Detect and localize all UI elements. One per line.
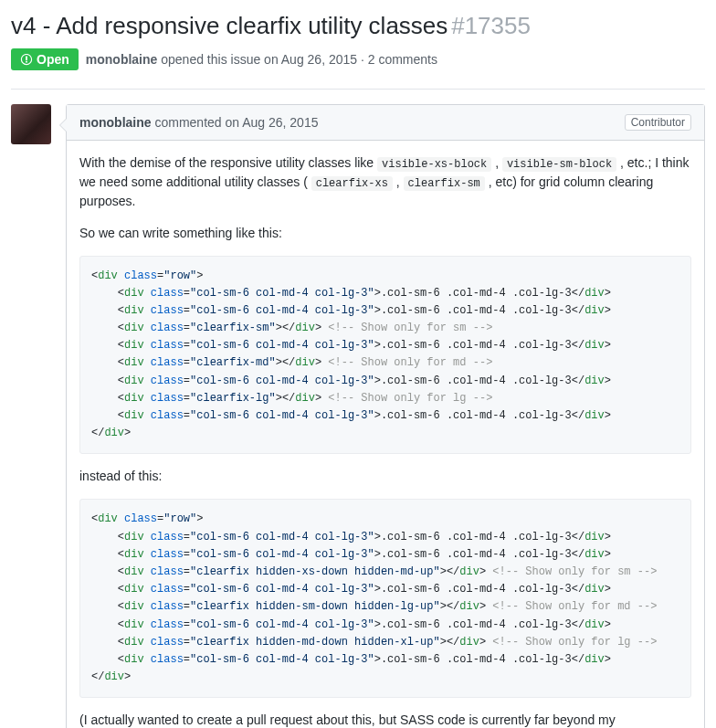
issue-opened-text: opened this issue on Aug 26, 2015 · 2 co… <box>161 52 437 67</box>
issue-open-icon <box>20 53 33 66</box>
body-paragraph-1: With the demise of the responsive utilit… <box>79 153 691 211</box>
issue-meta-text: monoblaine opened this issue on Aug 26, … <box>86 52 437 67</box>
comment-body: With the demise of the responsive utilit… <box>67 141 704 729</box>
inline-code: clearfix-sm <box>404 176 485 191</box>
issue-title-row: v4 - Add responsive clearfix utility cla… <box>11 11 705 41</box>
comment-header: monoblaine commented on Aug 26, 2015 Con… <box>67 105 704 141</box>
issue-number: #17355 <box>451 12 531 39</box>
inline-code: clearfix-xs <box>311 176 393 191</box>
inline-code: visible-xs-block <box>377 157 491 172</box>
inline-code: visible-sm-block <box>502 157 616 172</box>
issue-meta-row: Open monoblaine opened this issue on Aug… <box>11 48 705 70</box>
avatar[interactable] <box>11 104 51 144</box>
comment-container: monoblaine commented on Aug 26, 2015 Con… <box>66 104 705 729</box>
header-divider <box>11 89 705 90</box>
comment-author-link[interactable]: monoblaine <box>79 115 152 130</box>
state-label: Open <box>37 52 69 67</box>
contributor-badge: Contributor <box>625 114 691 131</box>
body-paragraph-3: instead of this: <box>79 467 691 486</box>
body-paragraph-4: (I actually wanted to create a pull requ… <box>79 711 691 728</box>
comment-thread: monoblaine commented on Aug 26, 2015 Con… <box>11 104 705 729</box>
body-paragraph-2: So we can write something like this: <box>79 224 691 243</box>
issue-title: v4 - Add responsive clearfix utility cla… <box>11 12 448 39</box>
code-block-1: <div class="row"> <div class="col-sm-6 c… <box>79 256 691 455</box>
comment-header-text: monoblaine commented on Aug 26, 2015 <box>79 115 318 130</box>
comment-action: commented on Aug 26, 2015 <box>154 115 318 130</box>
state-badge-open: Open <box>11 48 79 70</box>
code-block-2: <div class="row"> <div class="col-sm-6 c… <box>79 499 691 698</box>
issue-author-link[interactable]: monoblaine <box>86 52 158 67</box>
